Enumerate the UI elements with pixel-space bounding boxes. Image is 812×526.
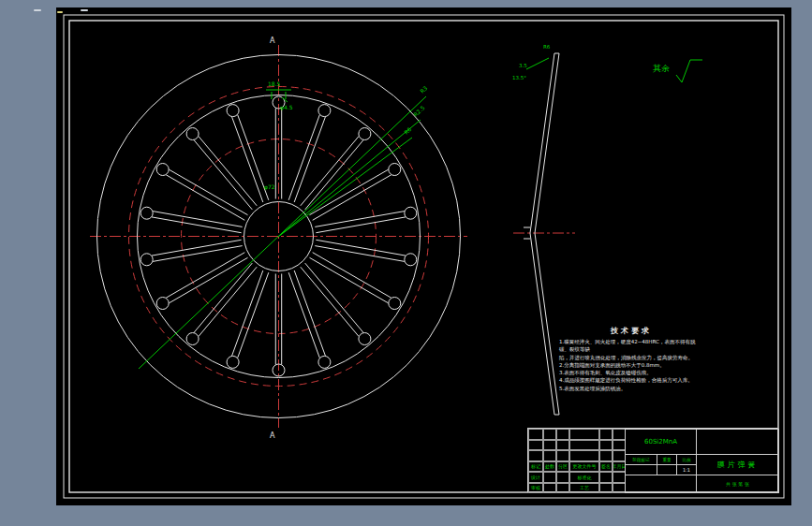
- window-hole: [359, 333, 371, 345]
- technical-requirements: 技术要求 1.碟簧经淬火、回火处理，硬度42~48HRC，表面不得有脱碳、裂纹等…: [559, 326, 703, 392]
- leader-label-1: R3: [419, 84, 429, 95]
- title-block-cell: 年月日: [613, 461, 626, 473]
- window-hole: [389, 298, 401, 310]
- tech-line: 3.表面不得有毛刺、氧化皮及磕碰伤痕。: [559, 369, 703, 376]
- company-cell: [696, 429, 779, 455]
- tech-line: 1.碟簧经淬火、回火处理，硬度42~48HRC，表面不得有脱碳、裂纹等缺: [559, 338, 703, 354]
- window-hole: [140, 207, 153, 219]
- window-hole: [156, 164, 169, 176]
- window-hole: [405, 207, 417, 219]
- code-cell: [625, 475, 697, 493]
- title-block-cell: [556, 450, 569, 461]
- section-thickness-label: 3.5: [519, 63, 527, 68]
- title-block-cell: [613, 429, 626, 440]
- title-block-cell: [528, 440, 543, 451]
- drawing-title-cell: 膜片弹簧: [696, 454, 779, 475]
- section-dim-leader: [526, 58, 549, 69]
- title-block-cell: [556, 429, 569, 440]
- title-block-cell: [569, 429, 599, 440]
- roughness-symbol-icon: [676, 60, 702, 82]
- title-block-cell: [543, 450, 556, 461]
- title-block-cell: 分区: [556, 461, 569, 473]
- window-hole: [227, 105, 239, 117]
- window-hole: [359, 128, 371, 140]
- title-block-cell: [599, 440, 613, 451]
- title-block-cell: 标准化: [569, 472, 599, 483]
- tech-line: 4.成品须按图样规定进行负荷特性检验，合格后方可入库。: [559, 376, 703, 384]
- section-angle-label: 13.5°: [512, 75, 526, 80]
- title-block-cell: [613, 440, 626, 451]
- leader-line: [279, 120, 421, 237]
- tech-line: 2.分离指端面对支承面的跳动不大于0.8mm。: [559, 361, 703, 369]
- title-block-cell: [599, 472, 613, 483]
- window-hole: [140, 254, 153, 266]
- title-block-cell: [528, 450, 543, 461]
- title-block-cell: [613, 450, 626, 461]
- window-hole: [156, 298, 169, 310]
- section-marker-top: A: [270, 37, 275, 45]
- title-block-cell: [556, 440, 569, 451]
- title-block-cell: [599, 450, 613, 461]
- title-block-cell: [556, 472, 569, 483]
- dim-top-width-label: 18.5: [268, 80, 281, 87]
- title-block-cell: [569, 450, 599, 461]
- section-tip-label: R6: [543, 44, 551, 50]
- title-block-cell: [543, 440, 556, 451]
- title-block-cell: [543, 429, 556, 440]
- window-hole: [405, 254, 417, 266]
- material-cell: 60Si2MnA: [625, 429, 697, 455]
- section-profile-inner: [530, 53, 554, 415]
- window-hole: [318, 105, 331, 117]
- title-block-cell: [528, 429, 543, 440]
- title-block-cell: 处数: [543, 461, 556, 473]
- tech-requirements-title: 技术要求: [559, 326, 703, 336]
- window-hole: [186, 333, 199, 345]
- title-block-cell: [569, 440, 599, 451]
- cad-preview-screen: { "drawing": { "surface_note": "其余", "se…: [0, 0, 812, 526]
- window-hole: [318, 356, 331, 368]
- title-block-cell: 审核: [528, 483, 543, 494]
- tech-line: 5.表面发黑处理后涂防锈油。: [559, 385, 703, 392]
- window-hole: [227, 356, 239, 368]
- title-block-cell: 设计: [528, 472, 543, 483]
- title-block-cell: 更改文件号: [569, 461, 599, 473]
- title-block-cell: [599, 429, 613, 440]
- dim-hub-label: φ72: [264, 183, 275, 191]
- window-hole: [389, 164, 401, 176]
- revision-sign-grid: 标记处数分区更改文件号签名年月日设计标准化审核工艺: [528, 429, 626, 493]
- dim-hole-label: φ4.5: [280, 104, 293, 111]
- title-block-cell: [556, 483, 569, 494]
- title-block: 标记处数分区更改文件号签名年月日设计标准化审核工艺 60Si2MnA 阶段标记 …: [527, 428, 778, 492]
- window-hole: [186, 128, 199, 140]
- sheet-count-cell: 共 张 第 张: [696, 475, 779, 493]
- leader-label-2: R2.5: [412, 104, 426, 118]
- section-marker-bottom: A: [270, 431, 275, 440]
- title-block-cell: [613, 472, 626, 483]
- title-block-cell: 工艺: [569, 483, 599, 494]
- title-block-cell: [599, 483, 613, 494]
- tech-line: 陷，并进行喷丸强化处理，消除残余应力，提高疲劳寿命。: [559, 354, 703, 361]
- surface-note-label: 其余: [653, 64, 670, 73]
- title-block-cell: [543, 472, 556, 483]
- title-block-cell: [543, 483, 556, 494]
- title-block-cell: 签名: [599, 461, 613, 473]
- title-block-cell: 标记: [528, 461, 543, 473]
- tech-requirements-lines: 1.碟簧经淬火、回火处理，硬度42~48HRC，表面不得有脱碳、裂纹等缺 陷，并…: [559, 338, 703, 392]
- title-block-cell: [613, 483, 626, 494]
